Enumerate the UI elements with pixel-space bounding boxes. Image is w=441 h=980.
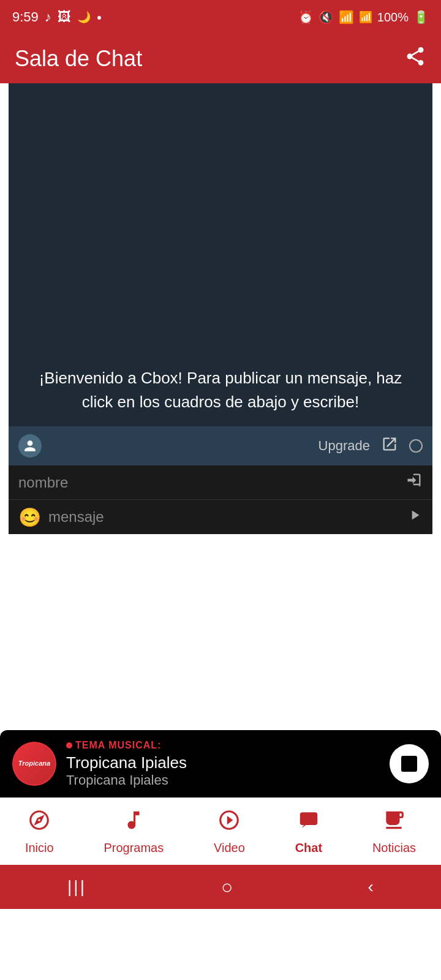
external-link-icon[interactable] xyxy=(381,435,398,456)
now-playing-info: TEMA MUSICAL: Tropicana Ipiales Tropican… xyxy=(66,740,187,788)
nav-item-noticias[interactable]: Noticias xyxy=(365,804,423,860)
message-input[interactable] xyxy=(48,508,407,526)
system-nav: ||| ○ ‹ xyxy=(0,865,441,909)
page-title: Sala de Chat xyxy=(15,46,142,72)
dot-icon: ● xyxy=(97,12,102,22)
stop-button[interactable] xyxy=(390,744,429,783)
logo-inner: Tropicana xyxy=(13,743,55,785)
user-icon[interactable] xyxy=(18,434,42,458)
emoji-icon[interactable]: 😊 xyxy=(18,507,41,528)
nav-label-noticias: Noticias xyxy=(372,841,416,855)
status-left: 9:59 ♪ 🖼 🌙 ● xyxy=(12,9,102,25)
tema-dot xyxy=(66,742,72,748)
signal-icon: 📶 xyxy=(359,10,372,24)
chat-container: ¡Bienvenido a Cbox! Para publicar un men… xyxy=(9,83,432,534)
toolbar-left xyxy=(18,434,42,458)
nav-label-chat: Chat xyxy=(295,841,322,855)
alarm-icon: ⏰ xyxy=(298,10,314,24)
music-file-icon xyxy=(122,809,145,837)
recent-apps-button[interactable]: ||| xyxy=(67,877,86,897)
login-icon xyxy=(405,472,423,493)
moon-icon: 🌙 xyxy=(77,10,91,24)
chat-area: ¡Bienvenido a Cbox! Para publicar un men… xyxy=(9,83,432,426)
chat-inputs: 😊 xyxy=(9,466,432,534)
station-subtitle: Tropicana Ipiales xyxy=(66,772,187,788)
music-note-icon: ♪ xyxy=(45,9,51,25)
status-circle xyxy=(409,439,423,453)
share-icon[interactable] xyxy=(404,45,426,72)
toolbar-right: Upgrade xyxy=(318,435,423,456)
battery-label: 100% xyxy=(377,10,409,24)
image-icon: 🖼 xyxy=(58,9,71,25)
nav-label-inicio: Inicio xyxy=(25,841,54,855)
station-name: Tropicana Ipiales xyxy=(66,753,187,772)
now-playing-bar: Tropicana TEMA MUSICAL: Tropicana Ipiale… xyxy=(0,730,441,797)
home-button[interactable]: ○ xyxy=(221,876,233,899)
nav-label-video: Video xyxy=(214,841,245,855)
welcome-message: ¡Bienvenido a Cbox! Para publicar un men… xyxy=(27,366,414,414)
stop-icon xyxy=(401,756,417,772)
nav-label-programas: Programas xyxy=(104,841,164,855)
news-icon xyxy=(382,809,405,837)
back-button[interactable]: ‹ xyxy=(368,877,374,897)
bottom-nav: Inicio Programas Video Chat xyxy=(0,797,441,865)
status-bar: 9:59 ♪ 🖼 🌙 ● ⏰ 🔇 📶 📶 100% 🔋 xyxy=(0,0,441,34)
wifi-icon: 📶 xyxy=(339,10,354,24)
nav-item-video[interactable]: Video xyxy=(206,804,252,860)
play-icon xyxy=(217,809,241,837)
status-right: ⏰ 🔇 📶 📶 100% 🔋 xyxy=(298,10,429,24)
upgrade-label[interactable]: Upgrade xyxy=(318,438,370,454)
chat-toolbar: Upgrade xyxy=(9,426,432,466)
nav-item-programas[interactable]: Programas xyxy=(96,804,171,860)
tema-label: TEMA MUSICAL: xyxy=(75,740,161,751)
compass-icon xyxy=(28,809,51,837)
nav-item-inicio[interactable]: Inicio xyxy=(18,804,61,860)
battery-icon: 🔋 xyxy=(413,10,429,24)
name-input[interactable] xyxy=(18,474,405,491)
white-space xyxy=(0,534,441,730)
nav-item-chat[interactable]: Chat xyxy=(288,804,330,860)
send-icon[interactable] xyxy=(407,507,423,527)
station-logo: Tropicana xyxy=(12,742,56,786)
message-row: 😊 xyxy=(9,500,432,534)
name-row xyxy=(9,466,432,500)
now-playing-left: Tropicana TEMA MUSICAL: Tropicana Ipiale… xyxy=(12,740,187,788)
chat-icon xyxy=(297,809,320,837)
mute-icon: 🔇 xyxy=(318,10,334,24)
tema-badge: TEMA MUSICAL: xyxy=(66,740,161,751)
status-time: 9:59 xyxy=(12,9,39,25)
app-bar: Sala de Chat xyxy=(0,34,441,83)
